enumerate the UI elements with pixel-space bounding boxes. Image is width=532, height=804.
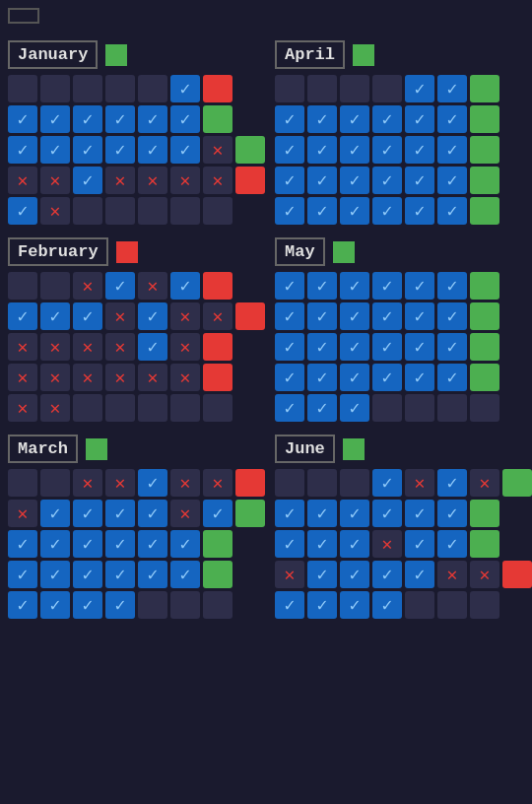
day-cell bbox=[437, 75, 467, 102]
day-cell bbox=[105, 302, 135, 330]
day-cell bbox=[437, 500, 467, 527]
day-cell bbox=[8, 197, 37, 225]
check-icon bbox=[382, 472, 393, 494]
week-row bbox=[275, 167, 532, 194]
day-cell bbox=[73, 136, 102, 164]
day-cell bbox=[170, 364, 200, 391]
day-cell bbox=[470, 197, 499, 225]
day-cell bbox=[73, 561, 102, 588]
day-cell bbox=[170, 75, 200, 102]
day-cell bbox=[502, 561, 532, 588]
title-box bbox=[8, 8, 39, 24]
day-cell bbox=[105, 136, 135, 164]
check-icon bbox=[115, 533, 126, 555]
day-cell bbox=[203, 394, 233, 422]
check-icon bbox=[415, 336, 426, 358]
check-icon bbox=[415, 169, 426, 191]
week-row bbox=[8, 530, 265, 558]
day-cell bbox=[307, 75, 337, 102]
day-cell bbox=[105, 469, 135, 497]
cross-icon bbox=[18, 502, 29, 524]
day-cell bbox=[340, 75, 369, 102]
day-cell bbox=[470, 500, 499, 527]
day-cell bbox=[307, 167, 337, 194]
day-cell bbox=[40, 469, 70, 497]
week-row bbox=[8, 167, 265, 194]
check-icon bbox=[285, 200, 296, 222]
day-cell bbox=[203, 530, 233, 558]
day-cell bbox=[40, 302, 70, 330]
day-cell bbox=[307, 364, 337, 391]
day-cell bbox=[307, 197, 337, 225]
day-cell bbox=[405, 333, 434, 361]
day-cell bbox=[470, 561, 499, 588]
check-icon bbox=[180, 139, 191, 161]
check-icon bbox=[83, 169, 94, 191]
day-cell bbox=[203, 469, 233, 497]
day-cell bbox=[372, 197, 402, 225]
check-icon bbox=[415, 564, 426, 585]
check-icon bbox=[447, 336, 458, 358]
check-icon bbox=[213, 502, 224, 524]
check-icon bbox=[285, 305, 296, 327]
day-cell bbox=[8, 167, 37, 194]
day-cell bbox=[340, 197, 369, 225]
check-icon bbox=[180, 78, 191, 100]
day-cell bbox=[40, 561, 70, 588]
day-cell bbox=[138, 136, 167, 164]
day-cell bbox=[340, 500, 369, 527]
day-cell bbox=[437, 394, 467, 422]
check-icon bbox=[83, 108, 94, 130]
check-icon bbox=[285, 139, 296, 161]
day-cell bbox=[372, 530, 402, 558]
check-icon bbox=[382, 367, 393, 388]
day-cell bbox=[307, 302, 337, 330]
month-block-june: June bbox=[275, 435, 532, 622]
day-cell bbox=[203, 197, 233, 225]
day-cell bbox=[40, 394, 70, 422]
check-icon bbox=[317, 169, 328, 191]
check-icon bbox=[415, 139, 426, 161]
check-icon bbox=[180, 564, 191, 585]
check-icon bbox=[415, 502, 426, 524]
check-icon bbox=[317, 275, 328, 297]
week-row bbox=[8, 333, 265, 361]
check-icon bbox=[180, 533, 191, 555]
day-cell bbox=[275, 75, 304, 102]
cross-icon bbox=[50, 367, 61, 388]
day-cell bbox=[203, 364, 233, 391]
check-icon bbox=[317, 502, 328, 524]
cross-icon bbox=[480, 472, 491, 494]
week-row bbox=[275, 272, 532, 300]
day-cell bbox=[105, 272, 135, 300]
day-cell bbox=[40, 105, 70, 133]
check-icon bbox=[317, 305, 328, 327]
day-cell bbox=[40, 272, 70, 300]
day-cell bbox=[8, 136, 37, 164]
day-cell bbox=[170, 591, 200, 619]
day-cell bbox=[275, 302, 304, 330]
check-icon bbox=[285, 533, 296, 555]
day-cell bbox=[203, 272, 233, 300]
month-block-january: January bbox=[8, 40, 265, 228]
cross-icon bbox=[148, 169, 159, 191]
day-cell bbox=[405, 500, 434, 527]
cross-icon bbox=[83, 275, 94, 297]
day-cell bbox=[340, 364, 369, 391]
day-cell bbox=[105, 333, 135, 361]
day-cell bbox=[203, 167, 233, 194]
cross-icon bbox=[180, 367, 191, 388]
check-icon bbox=[83, 502, 94, 524]
day-cell bbox=[170, 530, 200, 558]
cross-icon bbox=[115, 472, 126, 494]
day-cell bbox=[340, 167, 369, 194]
check-icon bbox=[350, 367, 361, 388]
day-cell bbox=[372, 105, 402, 133]
check-icon bbox=[148, 336, 159, 358]
check-icon bbox=[50, 533, 61, 555]
day-cell bbox=[203, 561, 233, 588]
check-icon bbox=[115, 594, 126, 616]
check-icon bbox=[447, 139, 458, 161]
week-row bbox=[275, 530, 532, 558]
day-cell bbox=[340, 302, 369, 330]
